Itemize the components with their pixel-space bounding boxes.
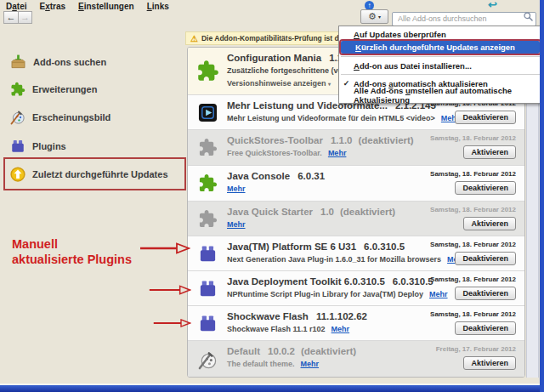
menu-links[interactable]: Links [147, 2, 169, 11]
red-arrow-icon [149, 284, 191, 296]
addon-version: 1.0 [320, 207, 334, 217]
lego-brick-icon [10, 139, 26, 154]
video-player-icon [198, 103, 218, 122]
addon-row-default-theme[interactable]: Default10.0.2(deaktiviert) The default t… [188, 341, 524, 378]
tools-menu-button[interactable]: ⚙▾ [360, 9, 388, 24]
menu-item-install-from-file[interactable]: Add-on aus Datei installieren... [339, 60, 541, 71]
addon-date: Samstag, 18. Februar 2012 [397, 310, 516, 318]
addon-name: Java Quick Starter [227, 207, 313, 217]
menu-extras[interactable]: Extras [39, 2, 65, 11]
theme-gray-icon [198, 350, 218, 370]
addon-name: Default [227, 346, 260, 356]
addon-date: Samstag, 18. Februar 2012 [397, 134, 516, 142]
addon-state: (deaktiviert) [301, 346, 356, 356]
window-border [0, 383, 544, 392]
puzzle-green-icon [196, 60, 219, 82]
deactivate-button[interactable]: Deaktivieren [455, 111, 516, 124]
addon-version: 11.1.102.62 [316, 311, 367, 321]
chevron-down-icon: ▾ [328, 82, 331, 87]
menu-item-reset-auto-update[interactable]: Alle Add-ons umstellen auf automatische … [339, 89, 541, 101]
addon-version: 1.1.0 [331, 135, 353, 145]
puzzle-green-icon [198, 173, 218, 193]
warning-icon: ⚠ [190, 34, 198, 43]
addon-row-java-deployment[interactable]: Java Deployment Toolkit 6.0.310.56.0.310… [188, 271, 524, 306]
forward-button[interactable]: → [18, 11, 32, 24]
checkmark-icon: ✓ [339, 79, 354, 88]
addon-row-shockwave-flash[interactable]: Shockwave Flash11.1.102.62 Shockwave Fla… [188, 306, 524, 341]
lego-brick-icon [198, 244, 218, 264]
menu-separator [341, 56, 540, 57]
theme-brush-icon [10, 110, 26, 125]
mehr-link[interactable]: Mehr [328, 149, 347, 157]
addon-description: Shockwave Flash 11.1 r102 [227, 325, 326, 333]
deactivate-button[interactable]: Deaktivieren [455, 287, 516, 300]
sidebar-item-plugins[interactable]: Plugins [10, 139, 66, 154]
back-button[interactable]: ← [3, 11, 18, 24]
gear-icon: ⚙ [368, 11, 377, 22]
addon-date: Samstag, 18. Februar 2012 [397, 276, 516, 283]
addon-description: Free QuickStores-Toolbar. [227, 149, 322, 157]
manual-annotation-text: Manuell aktualisierte Plugins [12, 236, 132, 267]
menu-item-recent-updates[interactable]: Kürzlich durchgeführte Updates anzeigen [341, 41, 540, 54]
addon-date: Samstag, 18. Februar 2012 [397, 206, 516, 213]
mehr-link[interactable]: Mehr [301, 360, 320, 368]
addon-date: Samstag, 18. Februar 2012 [397, 241, 516, 248]
forward-arrow-icon: → [20, 13, 30, 22]
search-input[interactable] [392, 12, 536, 26]
addon-date: Samstag, 18. Februar 2012 [397, 170, 516, 178]
chevron-down-icon: ▾ [378, 14, 381, 20]
addon-date: Freitag, 17. Februar 2012 [397, 345, 516, 353]
red-arrow-icon [153, 317, 191, 329]
menu-bar: Datei Extras Einstellungen Links [6, 2, 169, 11]
sidebar-item-erscheinungsbild[interactable]: Erscheinungsbild [10, 110, 110, 125]
deactivate-button[interactable]: Deaktivieren [455, 181, 516, 195]
search-icon[interactable] [523, 11, 534, 22]
addon-row-java-platform[interactable]: Java(TM) Platform SE 6 U316.0.310.5 Next… [188, 236, 524, 271]
menu-item-check-updates[interactable]: Auf Updates überprüfen [339, 28, 541, 40]
sidebar-item-erweiterungen[interactable]: Erweiterungen [10, 82, 97, 97]
addon-name: Java Deployment Toolkit 6.0.310.5 [227, 276, 385, 287]
activate-button[interactable]: Aktivieren [463, 217, 516, 230]
sidebar-item-addons-suchen[interactable]: Add-ons suchen [10, 54, 106, 70]
mehr-link[interactable]: Mehr [227, 185, 246, 193]
lego-brick-icon [198, 279, 218, 298]
lego-brick-icon [198, 314, 218, 333]
red-arrow-icon [139, 242, 190, 254]
addon-search-box-icon [10, 54, 26, 70]
puzzle-gray-icon [198, 209, 218, 229]
tools-dropdown-menu: Auf Updates überprüfen Kürzlich durchgef… [338, 26, 542, 104]
mehr-link[interactable]: Mehr [227, 220, 246, 229]
puzzle-green-icon [10, 82, 26, 97]
addon-name: Configuration Mania [227, 53, 321, 63]
menu-datei[interactable]: Datei [6, 2, 26, 11]
addon-row-quickstores[interactable]: QuickStores-Toolbar1.1.0(deaktiviert) Fr… [188, 130, 524, 166]
addon-description: NPRuntime Script Plug-in Library for Jav… [227, 290, 423, 298]
addon-name: Java(TM) Platform SE 6 U31 [227, 241, 356, 252]
menu-einstellungen[interactable]: Einstellungen [78, 2, 134, 11]
addon-state: (deaktiviert) [340, 207, 395, 217]
addon-version: 10.0.2 [268, 346, 295, 356]
deactivate-button[interactable]: Deaktivieren [455, 252, 516, 265]
red-annotation-box-sidebar [3, 157, 186, 190]
addon-row-java-console[interactable]: Java Console6.0.31 Mehr Samstag, 18. Feb… [188, 166, 524, 202]
activate-button[interactable]: Aktivieren [463, 356, 516, 370]
mehr-link[interactable]: Mehr [332, 325, 350, 333]
deactivate-button[interactable]: Deaktivieren [455, 321, 516, 335]
addon-row-java-quick-starter[interactable]: Java Quick Starter1.0(deaktiviert) Mehr … [188, 202, 524, 236]
addon-name: Java Console [227, 171, 290, 181]
addons-manager-window: Datei Extras Einstellungen Links ← → ↑ ↩… [0, 0, 544, 392]
addon-name: Shockwave Flash [227, 311, 309, 321]
addon-description: The default theme. [227, 360, 295, 368]
addon-version: 6.0.31 [298, 171, 325, 181]
activate-button[interactable]: Aktivieren [463, 145, 516, 159]
addon-name: QuickStores-Toolbar [227, 135, 323, 145]
back-arrow-icon: ← [7, 13, 16, 22]
menu-separator [341, 74, 540, 75]
puzzle-gray-icon [198, 138, 218, 157]
